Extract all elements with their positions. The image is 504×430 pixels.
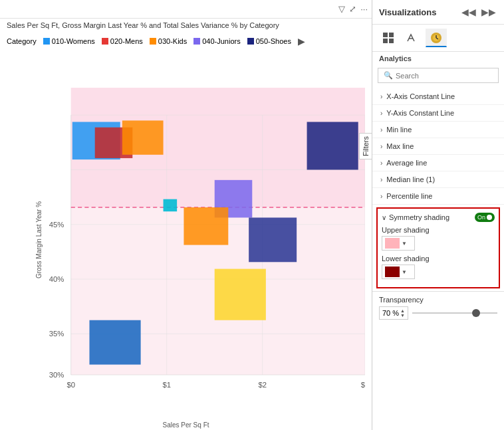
legend-color-mens: [102, 38, 108, 45]
svg-text:$3: $3: [361, 381, 365, 389]
svg-text:45%: 45%: [49, 221, 64, 229]
x-axis-label: Sales Per Sq Ft: [162, 421, 209, 429]
tab-format[interactable]: [402, 29, 423, 47]
svg-rect-25: [307, 122, 358, 169]
viz-header: Visualizations ◀◀ ▶▶: [372, 0, 504, 25]
search-icon: 🔍: [384, 71, 393, 80]
expand-icon-percentileline: ›: [380, 193, 382, 200]
legend-label-juniors: 040-Juniors: [202, 37, 240, 45]
viz-expand-icons: ◀◀ ▶▶: [460, 5, 497, 19]
upper-shading-label: Upper shading: [382, 226, 495, 234]
svg-rect-31: [164, 199, 178, 212]
search-box[interactable]: 🔍: [378, 68, 499, 83]
toggle-circle: [487, 215, 492, 220]
legend-label-womens: 010-Womens: [52, 37, 95, 45]
right-panel: Visualizations ◀◀ ▶▶ Analytics 🔍: [372, 0, 504, 430]
viz-collapse-icon[interactable]: ◀◀: [460, 5, 477, 19]
analytics-item-maxline[interactable]: › Max line: [372, 138, 504, 155]
analytics-label-medianline: Median line (1): [386, 175, 435, 183]
svg-text:35%: 35%: [49, 330, 64, 338]
svg-text:$0: $0: [66, 381, 75, 389]
analytics-label-xaxis: X-Axis Constant Line: [386, 92, 455, 100]
transparency-value-box: 70 % ▲ ▼: [379, 306, 408, 320]
expand-icon-avgline: ›: [380, 160, 382, 167]
chart-area: Gross Margin Last Year % 30% 35%: [0, 49, 372, 430]
lower-color-swatch: [385, 267, 400, 277]
analytics-label-avgline: Average line: [386, 159, 427, 167]
transparency-section: Transparency 70 % ▲ ▼: [372, 291, 504, 324]
toggle-on-label: On: [477, 214, 485, 221]
viz-title: Visualizations: [379, 7, 436, 17]
legend-color-juniors: [193, 38, 200, 45]
legend-item-shoes: 050-Shoes: [247, 37, 291, 45]
legend-color-womens: [43, 38, 50, 45]
more-icon[interactable]: ···: [360, 4, 368, 14]
svg-text:$1: $1: [162, 381, 171, 389]
analytics-label-percentileline: Percentile line: [386, 192, 432, 200]
svg-text:40%: 40%: [49, 275, 64, 283]
tab-fields[interactable]: [378, 29, 399, 47]
transparency-label: Transparency: [379, 296, 497, 304]
chart-title: Sales Per Sq Ft, Gross Margin Last Year …: [0, 19, 372, 33]
legend-item-womens: 010-Womens: [43, 37, 95, 45]
transparency-value-text: 70 %: [382, 309, 399, 317]
analytics-item-xaxis[interactable]: › X-Axis Constant Line: [372, 88, 504, 105]
analytics-item-avgline[interactable]: › Average line: [372, 155, 504, 171]
symmetry-expand-icon[interactable]: ∨: [382, 214, 386, 221]
svg-rect-33: [389, 33, 394, 37]
analytics-item-yaxis[interactable]: › Y-Axis Constant Line: [372, 105, 504, 122]
legend-color-kids: [150, 38, 156, 45]
legend-label-shoes: 050-Shoes: [256, 37, 291, 45]
search-input[interactable]: [396, 72, 493, 80]
svg-rect-24: [122, 120, 164, 154]
svg-rect-28: [249, 217, 297, 262]
chart-panel: ▽ ⤢ ··· Sales Per Sq Ft, Gross Margin La…: [0, 0, 372, 430]
analytics-label: Analytics: [372, 52, 504, 65]
analytics-item-percentileline[interactable]: › Percentile line: [372, 188, 504, 205]
filter-icon[interactable]: ▽: [338, 4, 345, 14]
analytics-item-medianline[interactable]: › Median line (1): [372, 171, 504, 188]
analytics-items-list: › X-Axis Constant Line › Y-Axis Constant…: [372, 86, 504, 430]
svg-text:$2: $2: [258, 381, 267, 389]
transparency-slider[interactable]: [412, 308, 497, 318]
svg-text:30%: 30%: [49, 371, 64, 379]
legend-color-shoes: [247, 38, 254, 45]
upper-color-picker[interactable]: ▼: [382, 236, 415, 251]
symmetry-header: ∨ Symmetry shading On: [382, 213, 495, 222]
legend-item-kids: 030-Kids: [150, 37, 187, 45]
stepper-down[interactable]: ▼: [400, 313, 405, 318]
viz-expand-icon[interactable]: ▶▶: [480, 5, 497, 19]
expand-icon-minline: ›: [380, 126, 382, 134]
chart-legend: Category 010-Womens 020-Mens 030-Kids 04…: [0, 33, 372, 49]
analytics-label-maxline: Max line: [386, 142, 414, 150]
upper-shading-row: Upper shading ▼: [382, 226, 495, 251]
expand-icon[interactable]: ⤢: [349, 4, 356, 14]
svg-rect-35: [389, 39, 394, 43]
svg-rect-30: [89, 320, 140, 365]
expand-icon-xaxis: ›: [380, 93, 382, 100]
tab-analytics[interactable]: [426, 29, 447, 47]
analytics-label-minline: Min line: [386, 126, 412, 134]
lower-color-picker[interactable]: ▼: [382, 265, 415, 279]
chart-toolbar: ▽ ⤢ ···: [0, 0, 372, 19]
expand-icon-medianline: ›: [380, 176, 382, 183]
svg-rect-29: [215, 269, 266, 320]
analytics-item-minline[interactable]: › Min line: [372, 122, 504, 138]
slider-thumb[interactable]: [472, 309, 480, 317]
stepper-up[interactable]: ▲: [400, 308, 405, 313]
legend-item-juniors: 040-Juniors: [193, 37, 240, 45]
svg-rect-34: [383, 39, 388, 43]
legend-category-label: Category: [7, 37, 37, 45]
symmetry-title: ∨ Symmetry shading: [382, 213, 449, 221]
symmetry-toggle[interactable]: On: [475, 213, 495, 222]
viz-tabs: [372, 25, 504, 52]
y-axis-label: Gross Margin Last Year %: [35, 201, 43, 278]
lower-shading-row: Lower shading ▼: [382, 255, 495, 279]
filters-tab[interactable]: Filters: [359, 133, 372, 160]
transparency-stepper[interactable]: ▲ ▼: [400, 308, 405, 318]
expand-icon-maxline: ›: [380, 143, 382, 150]
symmetry-title-label: Symmetry shading: [389, 213, 449, 221]
upper-dropdown-arrow: ▼: [402, 241, 407, 247]
legend-more-icon[interactable]: ▶: [298, 36, 305, 47]
legend-item-mens: 020-Mens: [102, 37, 143, 45]
